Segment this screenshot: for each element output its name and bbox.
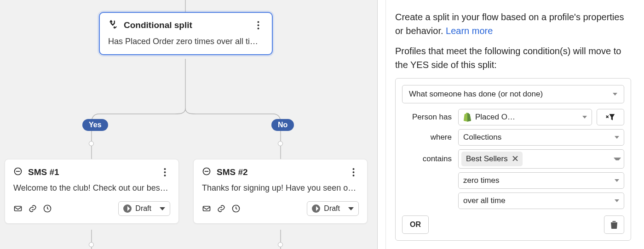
timeframe-select-value: over all time xyxy=(463,196,506,205)
add-node-dot-left-below[interactable] xyxy=(89,242,94,247)
svg-rect-8 xyxy=(15,206,22,211)
branch-label-no: No xyxy=(271,119,294,131)
sms-icon xyxy=(202,167,211,178)
svg-point-1 xyxy=(257,24,259,26)
status-dot-icon xyxy=(312,204,320,213)
sms-card-title: SMS #1 xyxy=(28,167,154,177)
chevron-down-icon xyxy=(160,207,165,210)
contains-multiselect[interactable]: Best Sellers xyxy=(458,149,624,169)
smart-send-icon[interactable] xyxy=(202,204,211,213)
clear-filter-button[interactable] xyxy=(597,109,624,125)
panel-subheading: Profiles that meet the following conditi… xyxy=(395,44,631,72)
panel-intro: Create a split in your flow based on a p… xyxy=(395,10,631,38)
svg-point-12 xyxy=(352,168,354,170)
chevron-down-icon xyxy=(615,136,619,139)
label-where: where xyxy=(402,133,452,142)
card-menu-button[interactable] xyxy=(348,167,359,178)
shopify-icon xyxy=(463,113,472,122)
chevron-down-icon xyxy=(614,158,621,160)
svg-point-13 xyxy=(352,171,354,173)
svg-point-2 xyxy=(257,28,259,29)
tag-chip-remove[interactable] xyxy=(512,154,518,164)
status-label: Draft xyxy=(135,204,151,213)
add-node-dot-right-below[interactable] xyxy=(278,242,283,247)
count-select-value: zero times xyxy=(463,176,499,185)
settings-panel: Create a split in your flow based on a p… xyxy=(377,0,644,249)
add-node-dot-left[interactable] xyxy=(89,141,94,146)
status-dropdown[interactable]: Draft xyxy=(307,201,359,216)
link-icon[interactable] xyxy=(217,204,226,213)
chevron-down-icon xyxy=(348,207,354,210)
quiet-hours-icon[interactable] xyxy=(231,204,241,213)
svg-point-7 xyxy=(164,175,166,176)
condition-type-select[interactable]: What someone has done (or not done) xyxy=(402,85,624,103)
svg-point-0 xyxy=(257,21,259,23)
condition-rule-box: What someone has done (or not done) Pers… xyxy=(395,78,631,241)
status-dropdown[interactable]: Draft xyxy=(118,201,170,216)
sms-card-title: SMS #2 xyxy=(217,167,342,177)
where-select-value: Collections xyxy=(463,133,501,142)
timeframe-select[interactable]: over all time xyxy=(458,192,624,209)
panel-divider xyxy=(385,0,386,249)
conditional-split-title: Conditional split xyxy=(124,20,247,30)
event-select-value: Placed O… xyxy=(475,113,515,122)
or-button[interactable]: OR xyxy=(402,215,429,234)
conditional-split-description: Has Placed Order zero times over all tim… xyxy=(108,36,264,47)
tag-chip: Best Sellers xyxy=(461,152,523,166)
chevron-down-icon xyxy=(613,93,617,96)
smart-send-icon[interactable] xyxy=(13,204,23,213)
event-select[interactable]: Placed O… xyxy=(458,109,592,125)
label-contains: contains xyxy=(402,154,452,164)
panel-intro-text: Create a split in your flow based on a p… xyxy=(395,12,624,36)
sms-card-2[interactable]: SMS #2 Thanks for signing up! Have you s… xyxy=(193,159,368,224)
svg-point-14 xyxy=(352,175,354,176)
chevron-down-icon xyxy=(615,199,619,202)
count-select[interactable]: zero times xyxy=(458,172,624,189)
tag-chip-label: Best Sellers xyxy=(466,154,508,164)
branch-label-yes: Yes xyxy=(82,119,108,131)
link-icon[interactable] xyxy=(28,204,37,213)
conditional-split-card[interactable]: Conditional split Has Placed Order zero … xyxy=(99,12,273,55)
flow-canvas: Conditional split Has Placed Order zero … xyxy=(0,0,377,249)
quiet-hours-icon[interactable] xyxy=(43,204,52,213)
svg-point-6 xyxy=(164,171,166,173)
sms-card-body: Thanks for signing up! Have you seen our… xyxy=(202,183,359,193)
condition-type-value: What someone has done (or not done) xyxy=(409,90,543,99)
sms-icon xyxy=(13,167,23,178)
sms-card-body: Welcome to the club! Check out our best … xyxy=(13,183,170,193)
delete-condition-button[interactable] xyxy=(604,215,624,234)
status-dot-icon xyxy=(123,204,132,213)
add-node-dot-right[interactable] xyxy=(278,141,283,146)
svg-point-5 xyxy=(164,168,166,170)
chevron-down-icon xyxy=(582,116,587,119)
sms-card-1[interactable]: SMS #1 Welcome to the club! Check out ou… xyxy=(5,159,179,224)
status-label: Draft xyxy=(324,204,340,213)
where-select[interactable]: Collections xyxy=(458,129,624,146)
card-menu-button[interactable] xyxy=(159,167,170,178)
learn-more-link[interactable]: Learn more xyxy=(446,26,493,36)
chevron-down-icon xyxy=(615,179,619,182)
card-menu-button[interactable] xyxy=(253,20,264,31)
split-icon xyxy=(108,19,118,31)
label-person-has: Person has xyxy=(402,113,452,122)
svg-rect-15 xyxy=(203,206,210,211)
